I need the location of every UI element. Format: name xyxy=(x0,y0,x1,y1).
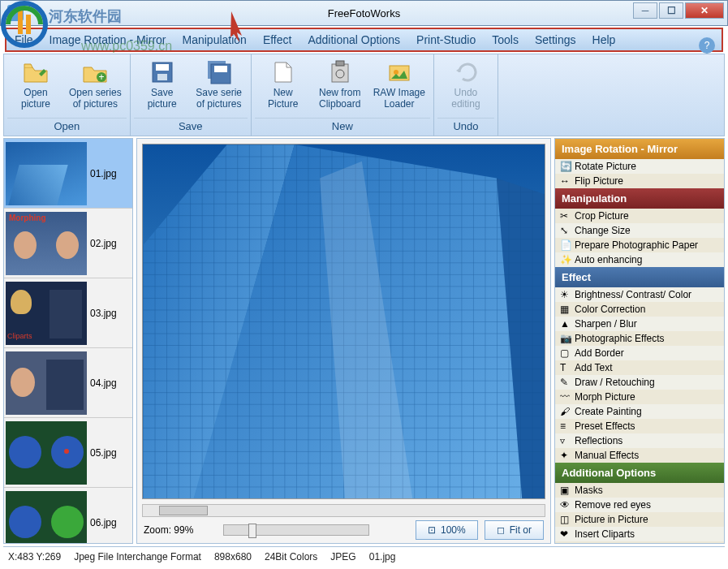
brightness-icon: ☀ xyxy=(560,289,571,300)
red-arrow-annotation xyxy=(227,10,252,45)
camera-icon: 📷 xyxy=(560,333,571,344)
thumbnail-item[interactable]: 01.jpg xyxy=(4,139,132,209)
svg-rect-1 xyxy=(18,10,23,34)
color-icon: ▦ xyxy=(560,304,571,315)
zoom-fit-button[interactable]: ◻ Fit or xyxy=(485,520,544,540)
preview-column: Zoom: 99% ⊡ 100% ◻ Fit or xyxy=(136,138,551,544)
raw-image-icon xyxy=(386,59,412,85)
crop-icon: ✂ xyxy=(560,210,571,222)
undo-icon xyxy=(453,59,479,85)
side-item-resize[interactable]: ⤡Change Size xyxy=(555,223,724,238)
close-button[interactable]: ✕ xyxy=(685,2,724,19)
open-series-button[interactable]: + Open series of pictures xyxy=(64,56,127,118)
side-item-addtext[interactable]: TAdd Text xyxy=(555,360,724,375)
floppy-series-icon xyxy=(206,59,232,85)
status-coords: X:483 Y:269 xyxy=(8,551,61,563)
clipboard-icon xyxy=(327,59,353,85)
new-from-clipboard-button[interactable]: New from Clipboard xyxy=(312,56,368,118)
side-item-crop[interactable]: ✂Crop Picture xyxy=(555,209,724,223)
side-item-painting[interactable]: 🖌Create Painting xyxy=(555,404,724,419)
ribbon-group-new: New Picture New from Clipboard RAW Image… xyxy=(252,54,434,136)
zoom-slider[interactable] xyxy=(223,524,369,536)
sharpen-icon: ▲ xyxy=(560,318,571,330)
side-item-flip[interactable]: ↔Flip Picture xyxy=(555,174,724,188)
flip-icon: ↔ xyxy=(560,175,571,187)
help-icon[interactable]: ? xyxy=(699,37,715,54)
thumbnail-item[interactable]: Morphing 02.jpg xyxy=(4,209,132,278)
status-dimensions: 898x680 xyxy=(214,551,252,563)
rotate-icon: 🔄 xyxy=(560,161,571,172)
side-item-rotate[interactable]: 🔄Rotate Picture xyxy=(555,159,724,174)
menu-additional-options[interactable]: Additional Options xyxy=(299,29,408,50)
side-item-photoeffects[interactable]: 📷Photographic Effects xyxy=(555,331,724,346)
side-item-brightness[interactable]: ☀Brightness/ Contrast/ Color xyxy=(555,287,724,302)
menu-tools[interactable]: Tools xyxy=(484,29,527,50)
side-item-symbols[interactable]: ★Symbols and Lines xyxy=(555,541,724,544)
save-serie-button[interactable]: Save serie of pictures xyxy=(191,56,248,118)
svg-rect-2 xyxy=(26,15,31,34)
raw-loader-button[interactable]: RAW Image Loader xyxy=(368,56,430,118)
status-format: Jpeg File Interchange Format xyxy=(74,551,201,563)
menu-effect[interactable]: Effect xyxy=(255,29,300,50)
side-item-sharpen[interactable]: ▲Sharpen / Blur xyxy=(555,317,724,331)
ribbon-group-label: New xyxy=(255,118,430,134)
section-header-manipulation: Manipulation xyxy=(555,188,724,209)
paper-icon: 📄 xyxy=(560,239,571,251)
statusbar: X:483 Y:269 Jpeg File Interchange Format… xyxy=(3,546,725,566)
side-item-draw[interactable]: ✎Draw / Retouching xyxy=(555,375,724,390)
open-picture-button[interactable]: Open picture xyxy=(7,56,64,118)
menu-help[interactable]: Help xyxy=(584,29,624,50)
label: editing xyxy=(451,98,480,110)
main-area: 01.jpg Morphing 02.jpg Cliparts 03.jpg 0… xyxy=(3,138,725,544)
preset-icon: ≡ xyxy=(560,420,571,432)
thumbnail-item[interactable]: 05.jpg xyxy=(4,418,132,488)
thumbnail-image xyxy=(6,421,87,485)
minimize-button[interactable]: ─ xyxy=(633,2,657,19)
section-header-rotation: Image Rotation - Mirror xyxy=(555,139,724,159)
side-item-preset[interactable]: ≡Preset Effects xyxy=(555,419,724,433)
side-item-masks[interactable]: ▣Masks xyxy=(555,483,724,498)
side-item-photopaper[interactable]: 📄Prepare Photographic Paper xyxy=(555,238,724,252)
thumbnail-item[interactable]: 06.jpg xyxy=(4,488,132,544)
thumbnail-filename: 05.jpg xyxy=(90,447,117,459)
floppy-icon xyxy=(149,59,175,85)
horizontal-scrollbar[interactable] xyxy=(142,504,545,517)
label: picture xyxy=(21,98,50,110)
svg-text:+: + xyxy=(99,71,105,83)
svg-rect-10 xyxy=(214,66,227,72)
side-item-border[interactable]: ▢Add Border xyxy=(555,346,724,360)
side-item-autoenhance[interactable]: ✨Auto enhancing xyxy=(555,252,724,267)
side-item-reflections[interactable]: ▿Reflections xyxy=(555,433,724,448)
side-item-morph[interactable]: 〰Morph Picture xyxy=(555,390,724,404)
label: of pictures xyxy=(196,98,241,110)
side-item-colorcorrect[interactable]: ▦Color Correction xyxy=(555,302,724,317)
ribbon-group-label: Undo xyxy=(437,118,494,134)
thumbnail-item[interactable]: 04.jpg xyxy=(4,348,132,418)
thumbnail-image: Morphing xyxy=(6,212,87,275)
side-item-cliparts[interactable]: ❤Insert Cliparts xyxy=(555,527,724,541)
side-item-manual[interactable]: ✦Manual Effects xyxy=(555,448,724,463)
side-item-redeye[interactable]: 👁Remove red eyes xyxy=(555,498,724,512)
pip-icon: ◫ xyxy=(560,514,571,525)
label: New xyxy=(274,87,293,98)
thumbnail-item[interactable]: Cliparts 03.jpg xyxy=(4,278,132,348)
svg-rect-12 xyxy=(336,61,344,66)
ribbon-group-label: Save xyxy=(134,118,248,134)
menu-settings[interactable]: Settings xyxy=(527,29,584,50)
star-icon: ★ xyxy=(560,543,571,544)
maximize-button[interactable]: ☐ xyxy=(659,2,683,19)
label: Clipboard xyxy=(319,98,360,110)
save-picture-button[interactable]: Save picture xyxy=(134,56,191,118)
thumbnail-filename: 06.jpg xyxy=(90,517,117,528)
status-depth: 24Bit Colors xyxy=(265,551,317,563)
new-picture-button[interactable]: New Picture xyxy=(255,56,312,118)
side-item-pip[interactable]: ◫Picture in Picture xyxy=(555,512,724,527)
label: 100% xyxy=(441,524,466,536)
morph-icon: 〰 xyxy=(560,391,571,403)
undo-editing-button[interactable]: Undo editing xyxy=(437,56,494,118)
label: Undo xyxy=(454,87,478,98)
label: Open xyxy=(24,87,47,98)
zoom-100-button[interactable]: ⊡ 100% xyxy=(416,520,478,540)
menu-print-studio[interactable]: Print-Studio xyxy=(408,29,484,50)
svg-rect-7 xyxy=(157,74,167,80)
